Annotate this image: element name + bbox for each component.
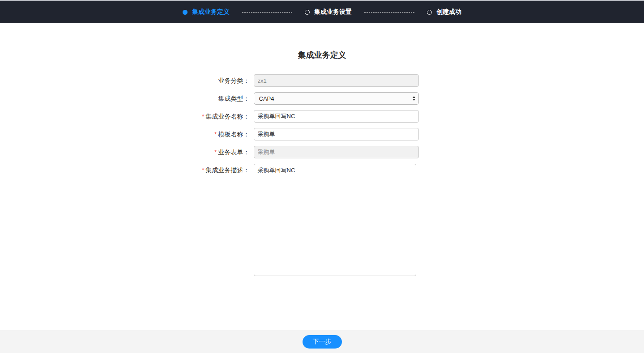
field-label-business-form: *业务表单： [191,146,254,158]
footer-action-bar: 下一步 [0,330,644,353]
field-label-template-name: *模板名称： [191,128,254,140]
integration-type-select-wrap: CAP4 [254,92,419,105]
form-row-business-category: 业务分类： [191,74,423,87]
form-row-integration-type: 集成类型： CAP4 [191,92,423,105]
step-hollow-circle-icon [305,10,310,15]
integration-name-input[interactable] [254,110,419,123]
field-label-business-category: 业务分类： [191,74,254,87]
step-hollow-circle-icon [427,10,432,15]
field-label-text: 集成业务名称： [206,113,250,120]
field-label-text: 业务表单： [218,149,250,156]
business-category-input [254,74,419,87]
step-creation-success: 创建成功 [427,8,461,16]
integration-form: 业务分类： 集成类型： CAP4 *集成业务名称： *模板名称： [191,74,423,276]
wizard-steps-bar: 集成业务定义 集成业务设置 创建成功 [0,1,644,23]
step-label: 集成业务定义 [192,8,230,16]
required-asterisk: * [202,166,204,174]
field-label-text: 业务分类： [218,77,250,84]
step-active-dot-icon [183,10,188,15]
field-label-text: 集成类型： [218,95,250,102]
step-integration-settings: 集成业务设置 [305,8,352,16]
form-row-template-name: *模板名称： [191,128,423,140]
page-title: 集成业务定义 [0,51,644,60]
required-asterisk: * [214,149,217,156]
integration-description-textarea[interactable]: 采购单回写NC [254,164,416,276]
next-step-button[interactable]: 下一步 [303,335,342,349]
form-row-business-form: *业务表单： [191,146,423,158]
step-label: 创建成功 [436,8,461,16]
main-content: 集成业务定义 业务分类： 集成类型： CAP4 *集成业务名称： *模板名 [0,23,644,276]
field-label-text: 模板名称： [218,131,250,138]
form-row-integration-name: *集成业务名称： [191,110,423,123]
step-connector-dashes [364,12,414,13]
required-asterisk: * [214,131,217,138]
integration-type-select[interactable]: CAP4 [254,92,419,105]
template-name-input[interactable] [254,128,419,140]
step-connector-dashes [242,12,292,13]
field-label-integration-type: 集成类型： [191,92,254,105]
step-label: 集成业务设置 [314,8,352,16]
form-row-integration-description: *集成业务描述： 采购单回写NC [191,164,423,276]
step-integration-definition: 集成业务定义 [183,8,230,16]
required-asterisk: * [202,113,204,120]
field-label-integration-description: *集成业务描述： [191,164,254,176]
field-label-integration-name: *集成业务名称： [191,110,254,123]
field-label-text: 集成业务描述： [206,166,250,174]
business-form-input [254,146,419,158]
